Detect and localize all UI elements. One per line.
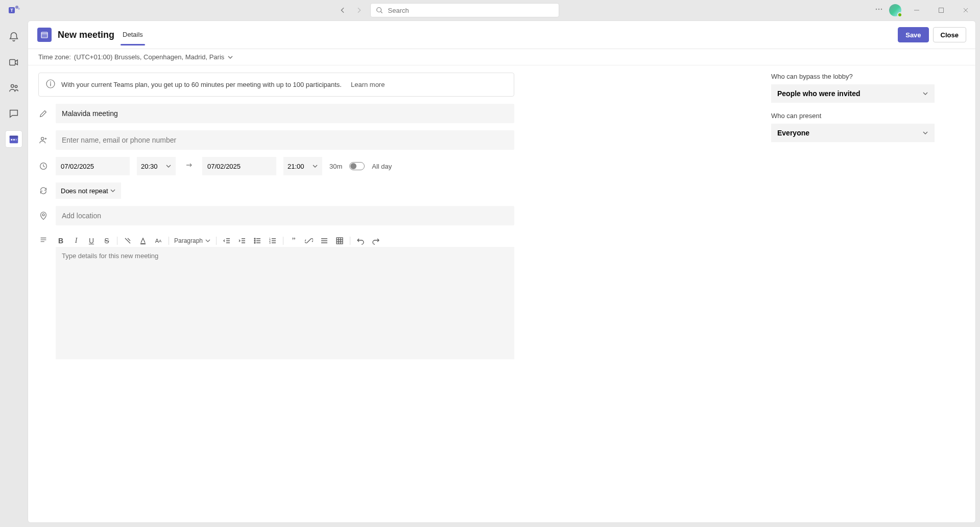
svg-rect-16	[16, 139, 17, 141]
strike-button[interactable]: S	[102, 236, 112, 246]
chevron-down-icon	[922, 130, 928, 136]
svg-text:3: 3	[269, 241, 271, 244]
redo-button[interactable]	[371, 236, 381, 246]
svg-point-21	[41, 138, 44, 140]
bypass-lobby-select[interactable]: People who were invited	[771, 84, 935, 103]
location-input[interactable]	[56, 206, 514, 225]
svg-rect-9	[10, 60, 15, 65]
quote-button[interactable]: ”	[289, 236, 299, 246]
link-button[interactable]	[304, 236, 314, 246]
attendees-input[interactable]	[56, 130, 514, 150]
highlight-button[interactable]	[123, 236, 133, 246]
nav-forward-button	[353, 4, 365, 16]
svg-point-3	[18, 8, 20, 10]
end-date-input[interactable]	[202, 157, 276, 175]
timezone-row[interactable]: Time zone: (UTC+01:00) Brussels, Copenha…	[28, 49, 975, 65]
chevron-down-icon	[227, 54, 233, 60]
tab-details[interactable]: Details	[121, 31, 145, 45]
hr-button[interactable]	[319, 236, 329, 246]
svg-rect-17	[41, 32, 47, 38]
rail-chat[interactable]	[6, 105, 22, 122]
timezone-prefix: Time zone:	[38, 53, 71, 61]
svg-text:T: T	[10, 8, 13, 13]
page-title: New meeting	[58, 30, 114, 40]
svg-point-6	[878, 9, 879, 10]
presence-badge	[897, 12, 902, 17]
rail-meet[interactable]	[6, 54, 22, 71]
outdent-button[interactable]	[222, 236, 232, 246]
chevron-down-icon	[205, 238, 211, 244]
svg-point-4	[376, 8, 381, 12]
pencil-icon	[38, 109, 49, 118]
timezone-label: (UTC+01:00) Brussels, Copenhagen, Madrid…	[74, 53, 224, 61]
font-size-button[interactable]: AA	[153, 236, 163, 246]
bulleted-list-button[interactable]	[252, 236, 262, 246]
rail-calendar[interactable]	[6, 131, 22, 147]
form-left: With your current Teams plan, you get up…	[28, 65, 518, 522]
search-bar[interactable]	[370, 3, 559, 17]
plan-info-banner: With your current Teams plan, you get up…	[38, 73, 514, 97]
separator	[350, 237, 350, 245]
svg-point-23	[42, 214, 44, 216]
italic-button[interactable]: I	[71, 236, 81, 246]
meeting-title-input[interactable]	[56, 104, 514, 123]
svg-point-11	[15, 85, 17, 87]
recurrence-label: Does not repeat	[61, 187, 108, 195]
start-time-label: 20:30	[141, 163, 158, 170]
details-editor[interactable]: Type details for this new meeting	[56, 247, 514, 359]
all-day-toggle[interactable]	[349, 162, 365, 170]
svg-point-26	[254, 240, 255, 241]
svg-point-5	[876, 9, 877, 10]
indent-button[interactable]	[237, 236, 247, 246]
undo-button[interactable]	[355, 236, 366, 246]
more-options-icon[interactable]	[875, 5, 883, 15]
separator	[169, 237, 169, 245]
save-button[interactable]: Save	[898, 27, 928, 42]
bypass-lobby-value: People who were invited	[777, 89, 861, 98]
underline-button[interactable]: U	[86, 236, 97, 246]
meeting-options-panel: Who can bypass the lobby? People who wer…	[761, 65, 975, 522]
svg-rect-15	[13, 139, 15, 141]
nav-back-button[interactable]	[337, 4, 349, 16]
window-minimize-button[interactable]	[907, 3, 926, 17]
end-time-select[interactable]: 21:00	[283, 157, 322, 175]
clock-icon	[38, 162, 49, 171]
rail-community[interactable]	[6, 80, 22, 96]
svg-point-2	[15, 6, 18, 9]
window-maximize-button[interactable]	[932, 3, 950, 17]
learn-more-link[interactable]: Learn more	[351, 81, 385, 88]
who-can-present-select[interactable]: Everyone	[771, 124, 935, 142]
separator	[117, 237, 117, 245]
who-can-present-label: Who can present	[771, 112, 935, 120]
search-input[interactable]	[388, 7, 554, 14]
paragraph-style-label: Paragraph	[174, 237, 203, 244]
window-close-button[interactable]	[957, 3, 975, 17]
close-button[interactable]: Close	[933, 27, 966, 42]
svg-rect-13	[10, 136, 18, 138]
start-time-select[interactable]: 20:30	[137, 157, 176, 175]
banner-text: With your current Teams plan, you get up…	[61, 81, 342, 88]
arrow-right-icon	[183, 161, 195, 171]
table-button[interactable]	[334, 236, 345, 246]
avatar[interactable]	[889, 4, 901, 16]
paragraph-style-select[interactable]: Paragraph	[174, 237, 211, 244]
svg-point-25	[254, 238, 255, 239]
bold-button[interactable]: B	[56, 236, 66, 246]
search-icon	[376, 7, 383, 14]
rail-activity[interactable]	[6, 29, 22, 45]
svg-rect-24	[140, 243, 146, 244]
svg-point-27	[254, 242, 255, 243]
numbered-list-button[interactable]: 123	[268, 236, 278, 246]
chevron-down-icon	[165, 163, 172, 169]
svg-rect-31	[337, 238, 343, 244]
svg-point-10	[11, 85, 14, 88]
separator	[216, 237, 217, 245]
bypass-lobby-label: Who can bypass the lobby?	[771, 73, 935, 80]
page-header: New meeting Details Save Close	[28, 21, 975, 49]
editor-toolbar: B I U S AA Paragraph	[56, 233, 514, 247]
chevron-down-icon	[312, 163, 318, 169]
recurrence-select[interactable]: Does not repeat	[56, 182, 121, 199]
start-date-input[interactable]	[56, 157, 130, 175]
font-color-button[interactable]	[138, 236, 148, 246]
svg-point-7	[881, 9, 882, 10]
